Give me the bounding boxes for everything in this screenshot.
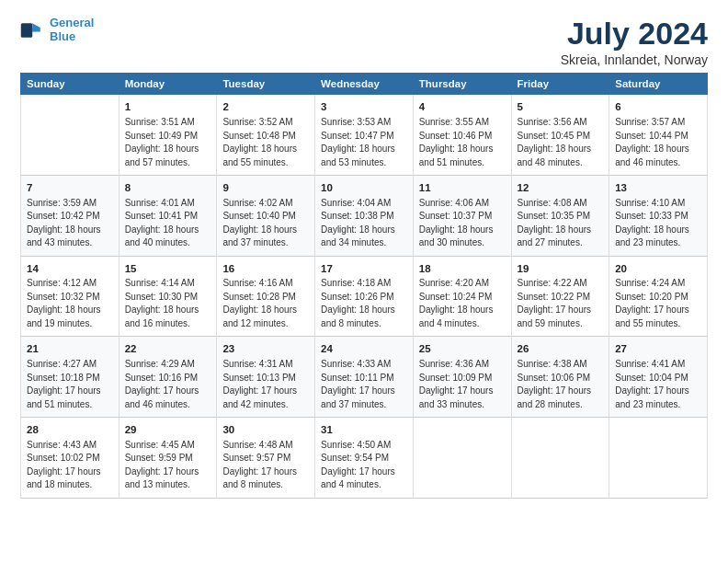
day-number: 23 [222, 341, 309, 357]
week-row-3: 14Sunrise: 4:12 AMSunset: 10:32 PMDaylig… [21, 256, 708, 337]
col-header-monday: Monday [119, 74, 217, 95]
cell-details: Sunrise: 4:06 AMSunset: 10:37 PMDaylight… [419, 197, 506, 250]
cell-details: Sunrise: 4:12 AMSunset: 10:32 PMDaylight… [27, 277, 113, 330]
subtitle: Skreia, Innlandet, Norway [561, 52, 708, 67]
cell-week3-day4: 18Sunrise: 4:20 AMSunset: 10:24 PMDaylig… [413, 256, 511, 337]
cell-details: Sunrise: 3:52 AMSunset: 10:48 PMDaylight… [222, 116, 309, 169]
day-number: 6 [615, 99, 701, 115]
col-header-thursday: Thursday [413, 74, 511, 95]
day-number: 16 [222, 261, 309, 277]
cell-details: Sunrise: 4:31 AMSunset: 10:13 PMDaylight… [222, 358, 309, 411]
cell-details: Sunrise: 4:20 AMSunset: 10:24 PMDaylight… [419, 277, 506, 330]
cell-details: Sunrise: 3:55 AMSunset: 10:46 PMDaylight… [419, 116, 506, 169]
day-number: 22 [125, 341, 211, 357]
cell-details: Sunrise: 4:22 AMSunset: 10:22 PMDaylight… [518, 277, 604, 330]
cell-details: Sunrise: 3:51 AMSunset: 10:49 PMDaylight… [125, 116, 211, 169]
cell-week3-day2: 16Sunrise: 4:16 AMSunset: 10:28 PMDaylig… [217, 256, 315, 337]
logo-text: General Blue [50, 17, 94, 44]
cell-week3-day1: 15Sunrise: 4:14 AMSunset: 10:30 PMDaylig… [119, 256, 217, 337]
cell-week2-day3: 10Sunrise: 4:04 AMSunset: 10:38 PMDaylig… [315, 176, 414, 257]
cell-week1-day6: 6Sunrise: 3:57 AMSunset: 10:44 PMDayligh… [609, 95, 708, 176]
cell-week5-day6 [609, 418, 708, 499]
day-number: 4 [419, 99, 506, 115]
calendar-table: SundayMondayTuesdayWednesdayThursdayFrid… [20, 73, 708, 498]
day-number: 26 [518, 341, 604, 357]
cell-details: Sunrise: 4:04 AMSunset: 10:38 PMDaylight… [321, 197, 407, 250]
cell-week4-day6: 27Sunrise: 4:41 AMSunset: 10:04 PMDaylig… [609, 337, 708, 418]
cell-week1-day0 [21, 95, 119, 176]
cell-details: Sunrise: 4:38 AMSunset: 10:06 PMDaylight… [518, 358, 604, 411]
day-number: 13 [615, 180, 701, 196]
header-row: SundayMondayTuesdayWednesdayThursdayFrid… [21, 74, 708, 95]
day-number: 2 [222, 99, 309, 115]
day-number: 10 [321, 180, 407, 196]
week-row-4: 21Sunrise: 4:27 AMSunset: 10:18 PMDaylig… [21, 337, 708, 418]
cell-week1-day5: 5Sunrise: 3:56 AMSunset: 10:45 PMDayligh… [511, 95, 609, 176]
logo-line2: Blue [50, 29, 75, 43]
cell-week5-day5 [511, 418, 609, 499]
svg-rect-0 [21, 23, 32, 38]
logo: General Blue [20, 17, 94, 44]
cell-week3-day0: 14Sunrise: 4:12 AMSunset: 10:32 PMDaylig… [21, 256, 119, 337]
cell-week4-day2: 23Sunrise: 4:31 AMSunset: 10:13 PMDaylig… [217, 337, 315, 418]
cell-week5-day4 [413, 418, 511, 499]
cell-details: Sunrise: 4:10 AMSunset: 10:33 PMDaylight… [615, 197, 701, 250]
cell-details: Sunrise: 4:50 AMSunset: 9:54 PMDaylight:… [321, 439, 407, 492]
cell-week1-day4: 4Sunrise: 3:55 AMSunset: 10:46 PMDayligh… [413, 95, 511, 176]
cell-details: Sunrise: 3:59 AMSunset: 10:42 PMDaylight… [27, 197, 113, 250]
cell-week5-day2: 30Sunrise: 4:48 AMSunset: 9:57 PMDayligh… [217, 418, 315, 499]
day-number: 12 [518, 180, 604, 196]
day-number: 3 [321, 99, 407, 115]
cell-week1-day1: 1Sunrise: 3:51 AMSunset: 10:49 PMDayligh… [119, 95, 217, 176]
title-block: July 2024 Skreia, Innlandet, Norway [561, 17, 708, 67]
week-row-2: 7Sunrise: 3:59 AMSunset: 10:42 PMDayligh… [21, 176, 708, 257]
main-title: July 2024 [561, 17, 708, 51]
week-row-5: 28Sunrise: 4:43 AMSunset: 10:02 PMDaylig… [21, 418, 708, 499]
cell-details: Sunrise: 4:33 AMSunset: 10:11 PMDaylight… [321, 358, 407, 411]
day-number: 8 [125, 180, 211, 196]
day-number: 31 [321, 422, 407, 438]
cell-week4-day0: 21Sunrise: 4:27 AMSunset: 10:18 PMDaylig… [21, 337, 119, 418]
col-header-sunday: Sunday [21, 74, 119, 95]
day-number: 29 [125, 422, 211, 438]
day-number: 7 [27, 180, 113, 196]
cell-details: Sunrise: 4:45 AMSunset: 9:59 PMDaylight:… [125, 439, 211, 492]
cell-week3-day5: 19Sunrise: 4:22 AMSunset: 10:22 PMDaylig… [511, 256, 609, 337]
col-header-wednesday: Wednesday [315, 74, 414, 95]
cell-week5-day1: 29Sunrise: 4:45 AMSunset: 9:59 PMDayligh… [119, 418, 217, 499]
day-number: 21 [27, 341, 113, 357]
cell-week3-day6: 20Sunrise: 4:24 AMSunset: 10:20 PMDaylig… [609, 256, 708, 337]
day-number: 28 [27, 422, 113, 438]
cell-week4-day3: 24Sunrise: 4:33 AMSunset: 10:11 PMDaylig… [315, 337, 414, 418]
cell-week2-day2: 9Sunrise: 4:02 AMSunset: 10:40 PMDayligh… [217, 176, 315, 257]
cell-week2-day6: 13Sunrise: 4:10 AMSunset: 10:33 PMDaylig… [609, 176, 708, 257]
logo-line1: General [50, 16, 94, 29]
day-number: 5 [518, 99, 604, 115]
cell-details: Sunrise: 4:08 AMSunset: 10:35 PMDaylight… [518, 197, 604, 250]
day-number: 14 [27, 261, 113, 277]
day-number: 25 [419, 341, 506, 357]
logo-icon [20, 17, 46, 43]
cell-details: Sunrise: 4:29 AMSunset: 10:16 PMDaylight… [125, 358, 211, 411]
cell-details: Sunrise: 4:48 AMSunset: 9:57 PMDaylight:… [222, 439, 309, 492]
cell-details: Sunrise: 4:01 AMSunset: 10:41 PMDaylight… [125, 197, 211, 250]
cell-details: Sunrise: 4:36 AMSunset: 10:09 PMDaylight… [419, 358, 506, 411]
cell-details: Sunrise: 4:16 AMSunset: 10:28 PMDaylight… [222, 277, 309, 330]
cell-details: Sunrise: 3:56 AMSunset: 10:45 PMDaylight… [518, 116, 604, 169]
cell-week5-day0: 28Sunrise: 4:43 AMSunset: 10:02 PMDaylig… [21, 418, 119, 499]
col-header-tuesday: Tuesday [217, 74, 315, 95]
day-number: 9 [222, 180, 309, 196]
cell-week3-day3: 17Sunrise: 4:18 AMSunset: 10:26 PMDaylig… [315, 256, 414, 337]
day-number: 15 [125, 261, 211, 277]
cell-week4-day1: 22Sunrise: 4:29 AMSunset: 10:16 PMDaylig… [119, 337, 217, 418]
cell-week4-day5: 26Sunrise: 4:38 AMSunset: 10:06 PMDaylig… [511, 337, 609, 418]
cell-week1-day2: 2Sunrise: 3:52 AMSunset: 10:48 PMDayligh… [217, 95, 315, 176]
cell-week2-day4: 11Sunrise: 4:06 AMSunset: 10:37 PMDaylig… [413, 176, 511, 257]
col-header-saturday: Saturday [609, 74, 708, 95]
cell-details: Sunrise: 4:18 AMSunset: 10:26 PMDaylight… [321, 277, 407, 330]
day-number: 19 [518, 261, 604, 277]
day-number: 20 [615, 261, 701, 277]
cell-week2-day1: 8Sunrise: 4:01 AMSunset: 10:41 PMDayligh… [119, 176, 217, 257]
cell-details: Sunrise: 4:02 AMSunset: 10:40 PMDaylight… [222, 197, 309, 250]
cell-details: Sunrise: 4:43 AMSunset: 10:02 PMDaylight… [27, 439, 113, 492]
